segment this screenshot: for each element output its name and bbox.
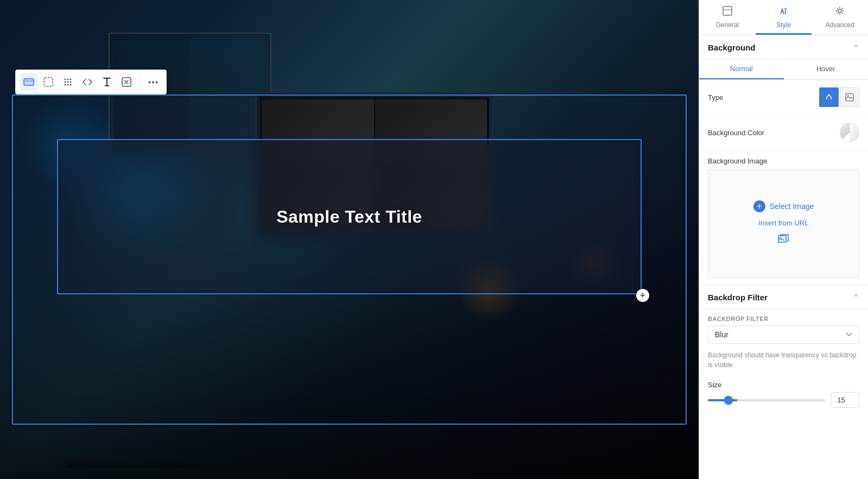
svg-point-3 — [65, 79, 66, 80]
select-image-button[interactable]: + Select Image — [753, 200, 814, 212]
type-buttons — [819, 87, 859, 107]
background-section-header: Background ⌃ — [699, 35, 868, 59]
svg-point-8 — [70, 81, 72, 83]
insert-url-button[interactable]: Insert from URL — [759, 219, 809, 227]
grid-button[interactable] — [59, 73, 77, 91]
sub-tab-normal[interactable]: Normal — [699, 59, 784, 79]
canvas-background: Sample Text Title + — [0, 0, 699, 479]
tab-general[interactable]: General — [699, 0, 756, 35]
background-title: Background — [708, 43, 756, 52]
size-slider[interactable] — [708, 399, 826, 401]
svg-rect-19 — [846, 93, 853, 101]
background-collapse-icon[interactable]: ⌃ — [853, 43, 859, 52]
backdrop-section-header: Backdrop Filter ⌃ — [699, 285, 868, 309]
tab-advanced-label: Advanced — [825, 21, 854, 29]
widget-button[interactable] — [20, 73, 37, 91]
keyboard — [65, 462, 282, 468]
svg-rect-16 — [723, 7, 732, 15]
filter-label: BACKDROP FILTER — [699, 309, 868, 325]
svg-point-20 — [847, 95, 849, 97]
state-tabs: Normal Hover — [699, 59, 868, 80]
select-button[interactable] — [40, 73, 57, 91]
general-icon — [722, 5, 733, 19]
svg-rect-2 — [44, 78, 53, 86]
tab-advanced[interactable]: Advanced — [812, 0, 868, 35]
right-panel: General Style Advanced Background ⌃ — [699, 0, 868, 479]
svg-point-10 — [67, 84, 69, 86]
size-input[interactable]: 15 — [831, 392, 859, 408]
more-button[interactable] — [144, 73, 162, 91]
size-control-row: 15 — [699, 392, 868, 417]
color-swatch[interactable] — [840, 123, 859, 142]
svg-point-14 — [152, 81, 154, 83]
svg-point-11 — [70, 84, 72, 86]
filter-hint: Background should have transparency so b… — [699, 350, 868, 375]
size-label: Size — [699, 375, 868, 392]
section-title: Sample Text Title — [276, 207, 422, 227]
sub-tab-hover[interactable]: Hover — [784, 59, 869, 79]
svg-point-5 — [70, 79, 72, 80]
type-label: Type — [708, 93, 723, 102]
svg-point-6 — [65, 81, 66, 83]
bg-image-label-text: Background Image — [699, 150, 868, 169]
type-row: Type — [699, 80, 868, 115]
code-button[interactable] — [79, 73, 96, 91]
svg-point-15 — [156, 81, 158, 83]
backdrop-collapse-icon[interactable]: ⌃ — [853, 293, 859, 302]
tab-style-label: Style — [776, 21, 791, 29]
svg-point-7 — [67, 81, 69, 83]
svg-point-9 — [65, 84, 66, 86]
canvas-area: Sample Text Title + — [0, 0, 699, 479]
toolbar-divider — [140, 77, 140, 87]
editor-toolbar — [15, 70, 167, 94]
tab-style[interactable]: Style — [756, 0, 812, 35]
svg-rect-0 — [24, 79, 34, 85]
add-element-button[interactable]: + — [636, 289, 649, 302]
text-button[interactable] — [98, 73, 116, 91]
type-color-button[interactable] — [819, 87, 839, 107]
bg-image-box: + Select Image Insert from URL — [708, 169, 859, 278]
select-image-icon: + — [753, 200, 765, 212]
advanced-icon — [834, 5, 845, 19]
filter-select[interactable]: Blur None Brightness Contrast Grayscale … — [708, 325, 859, 344]
type-image-button[interactable] — [840, 87, 859, 107]
svg-point-13 — [149, 81, 151, 83]
filter-select-wrap: Blur None Brightness Contrast Grayscale … — [699, 325, 868, 350]
bg-color-row: Background Color — [699, 115, 868, 150]
edit-button[interactable] — [118, 73, 135, 91]
svg-point-17 — [838, 9, 841, 12]
media-library-icon[interactable] — [777, 234, 790, 247]
inner-section[interactable]: Sample Text Title + — [57, 139, 642, 294]
select-image-label: Select Image — [770, 202, 814, 211]
tab-general-label: General — [715, 21, 739, 29]
panel-tabs: General Style Advanced — [699, 0, 868, 35]
backdrop-title: Backdrop Filter — [708, 293, 768, 302]
style-icon — [778, 5, 789, 19]
svg-point-4 — [67, 79, 69, 80]
bg-color-label: Background Color — [708, 129, 764, 137]
